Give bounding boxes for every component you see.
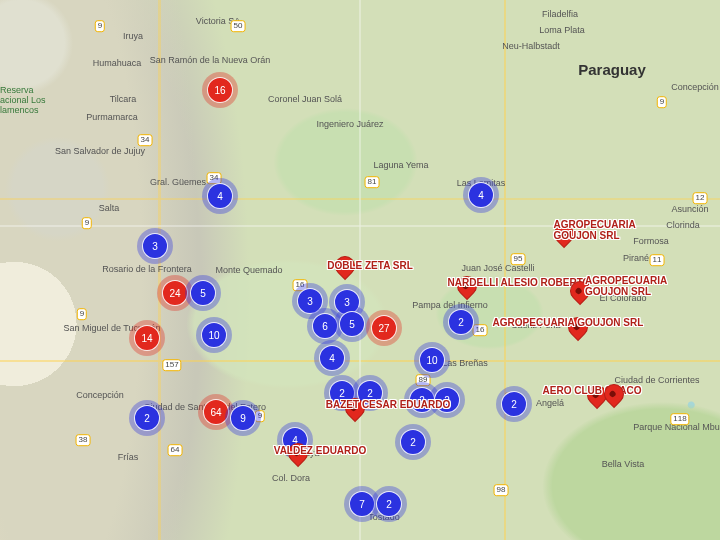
cluster-marker[interactable]: 4	[468, 182, 494, 208]
cluster-marker[interactable]: 10	[419, 347, 445, 373]
cluster-marker[interactable]: 6	[312, 313, 338, 339]
cluster-marker[interactable]: 9	[230, 405, 256, 431]
cluster-marker[interactable]: 3	[297, 288, 323, 314]
cluster-marker[interactable]: 14	[134, 325, 160, 351]
cluster-marker[interactable]: 16	[207, 77, 233, 103]
cluster-marker[interactable]: 2	[409, 387, 435, 413]
cluster-marker[interactable]: 7	[349, 491, 375, 517]
cluster-marker[interactable]: 4	[319, 345, 345, 371]
cluster-marker[interactable]: 2	[376, 491, 402, 517]
cluster-marker[interactable]: 27	[371, 315, 397, 341]
cluster-marker[interactable]: 4	[207, 183, 233, 209]
cluster-marker[interactable]: 2	[448, 309, 474, 335]
cluster-marker[interactable]: 2	[434, 387, 460, 413]
cluster-marker[interactable]: 10	[201, 322, 227, 348]
cluster-marker[interactable]: 5	[339, 311, 365, 337]
cluster-marker[interactable]: 5	[190, 280, 216, 306]
cluster-marker[interactable]: 2	[134, 405, 160, 431]
cluster-marker[interactable]: 3	[142, 233, 168, 259]
cluster-marker[interactable]: 2	[501, 391, 527, 417]
cluster-marker[interactable]: 2	[400, 429, 426, 455]
cluster-marker[interactable]: 24	[162, 280, 188, 306]
cluster-marker[interactable]: 64	[203, 399, 229, 425]
map-terrain[interactable]	[0, 0, 720, 540]
